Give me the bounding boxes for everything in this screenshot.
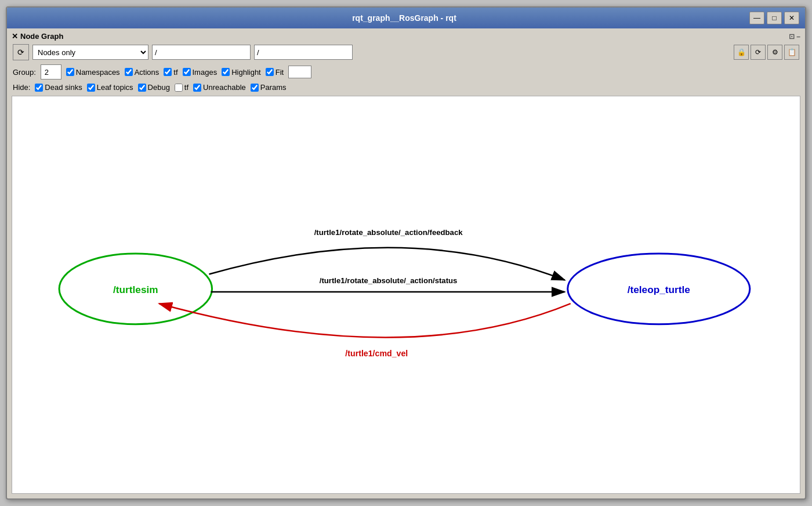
close-button[interactable]: ✕ — [784, 12, 799, 24]
highlight-color-box[interactable] — [288, 66, 311, 78]
toolbar-right-buttons: 🔒 ⟳ ⚙ 📋 — [734, 45, 799, 60]
turtlesim-node-label: /turtlesim — [113, 284, 158, 295]
images-label: Images — [193, 68, 217, 77]
refresh-button[interactable]: ⟳ — [13, 44, 29, 60]
actions-option[interactable]: Actions — [125, 68, 160, 77]
leaf-topics-option[interactable]: Leaf topics — [87, 83, 133, 92]
hide-label: Hide: — [13, 83, 30, 92]
panel-title: Node Graph — [20, 32, 63, 41]
debug-option[interactable]: Debug — [138, 83, 170, 92]
settings-button[interactable]: ⚙ — [767, 45, 782, 60]
copy-button[interactable]: 📋 — [784, 45, 799, 60]
refresh2-button[interactable]: ⟳ — [751, 45, 766, 60]
title-bar: rqt_graph__RosGraph - rqt — □ ✕ — [7, 8, 805, 28]
actions-checkbox[interactable] — [125, 68, 133, 76]
graph-svg: /turtlesim /teleop_turtle /turtle1/rotat… — [12, 96, 800, 493]
fit-label: Fit — [276, 68, 284, 77]
tf-checkbox[interactable] — [164, 68, 172, 76]
edge3-label: /turtle1/cmd_vel — [345, 349, 408, 358]
hide-tf-checkbox[interactable] — [175, 84, 183, 92]
unreachable-option[interactable]: Unreachable — [193, 83, 246, 92]
group-label: Group: — [13, 68, 36, 77]
namespaces-option[interactable]: Namespaces — [66, 68, 120, 77]
edge2-label: /turtle1/rotate_absolute/_action/status — [320, 276, 458, 285]
images-checkbox[interactable] — [183, 68, 191, 76]
hide-tf-option[interactable]: tf — [175, 83, 188, 92]
highlight-label: Highlight — [231, 68, 261, 77]
dead-sinks-checkbox[interactable] — [35, 84, 43, 92]
graph-canvas[interactable]: /turtlesim /teleop_turtle /turtle1/rotat… — [12, 96, 800, 494]
options-row: Group: Namespaces Actions tf Images High… — [9, 63, 803, 81]
lock-button[interactable]: 🔒 — [734, 45, 749, 60]
window-title: rqt_graph__RosGraph - rqt — [59, 13, 749, 23]
panel-controls: ⊡ – — [789, 32, 800, 41]
debug-checkbox[interactable] — [138, 84, 146, 92]
tf-label: tf — [173, 68, 177, 77]
filter-input-2[interactable] — [254, 45, 353, 60]
toolbar-row-1: ⟳ Nodes only Nodes/Topics (all) Nodes/To… — [9, 42, 803, 63]
fit-option[interactable]: Fit — [266, 68, 284, 77]
hide-row: Hide: Dead sinks Leaf topics Debug tf Un… — [9, 81, 803, 93]
refresh-icon: ⟳ — [17, 48, 24, 57]
display-mode-dropdown[interactable]: Nodes only Nodes/Topics (all) Nodes/Topi… — [32, 45, 148, 60]
actions-label: Actions — [135, 68, 160, 77]
edge1-label: /turtle1/rotate_absolute/_action/feedbac… — [314, 228, 463, 237]
content-area: ✕ Node Graph ⊡ – ⟳ Nodes only Nodes/Topi… — [7, 28, 805, 498]
namespaces-checkbox[interactable] — [66, 68, 74, 76]
dead-sinks-label: Dead sinks — [45, 83, 82, 92]
params-checkbox[interactable] — [251, 84, 259, 92]
leaf-topics-label: Leaf topics — [97, 83, 133, 92]
unreachable-checkbox[interactable] — [193, 84, 201, 92]
window-controls: — □ ✕ — [749, 12, 799, 24]
debug-label: Debug — [148, 83, 170, 92]
maximize-button[interactable]: □ — [767, 12, 782, 24]
panel-title-bar: ✕ Node Graph ⊡ – — [9, 31, 803, 42]
params-option[interactable]: Params — [251, 83, 287, 92]
tf-option[interactable]: tf — [164, 68, 177, 77]
params-label: Params — [260, 83, 287, 92]
minimize-button[interactable]: — — [749, 12, 764, 24]
highlight-option[interactable]: Highlight — [222, 68, 261, 77]
leaf-topics-checkbox[interactable] — [87, 84, 95, 92]
fit-checkbox[interactable] — [266, 68, 274, 76]
hide-tf-label: tf — [184, 83, 188, 92]
highlight-checkbox[interactable] — [222, 68, 230, 76]
namespaces-label: Namespaces — [76, 68, 120, 77]
panel-icon: ✕ — [12, 32, 18, 41]
filter-input-1[interactable] — [152, 45, 251, 60]
dead-sinks-option[interactable]: Dead sinks — [35, 83, 82, 92]
group-spinner[interactable] — [41, 64, 61, 79]
main-window: rqt_graph__RosGraph - rqt — □ ✕ ✕ Node G… — [6, 6, 806, 500]
teleop-node-label: /teleop_turtle — [628, 284, 690, 295]
images-option[interactable]: Images — [183, 68, 217, 77]
unreachable-label: Unreachable — [203, 83, 246, 92]
